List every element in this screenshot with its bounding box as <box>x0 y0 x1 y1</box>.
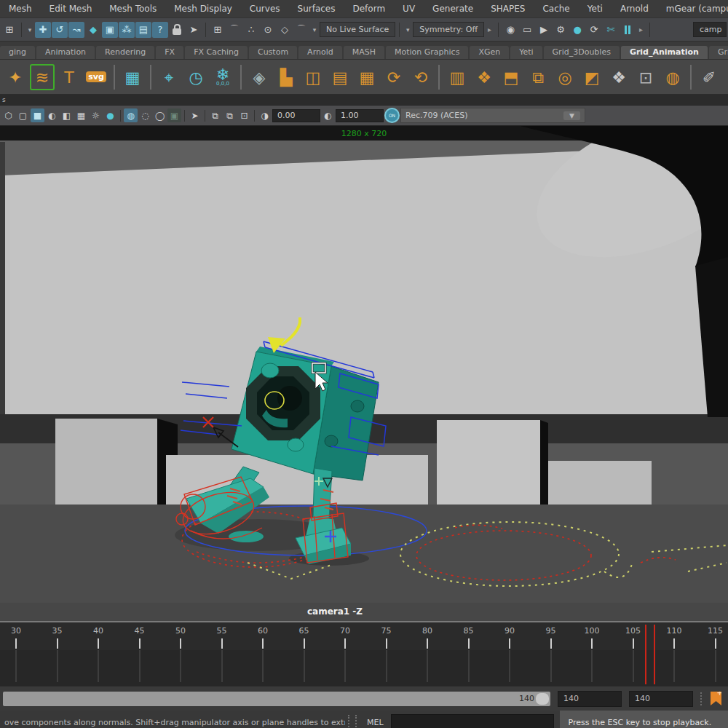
type-tool-icon[interactable]: T <box>57 64 82 90</box>
range-slider-handle[interactable] <box>536 693 549 705</box>
selection-mask-icon[interactable]: ⊞ <box>1 22 17 38</box>
snap-view-plane-icon[interactable]: ◇ <box>277 22 293 38</box>
shelf-tab[interactable]: Grid_3Doubles <box>544 46 620 59</box>
grip-handle[interactable] <box>348 715 357 728</box>
shelf-tab[interactable]: Animation <box>36 46 95 59</box>
colorspace-dropdown[interactable]: Rec.709 (ACES) ▼ <box>400 108 585 123</box>
camera-gate-icon[interactable]: ⊡ <box>237 108 251 122</box>
render-view-icon[interactable]: ◉ <box>502 22 518 38</box>
lattice-tool-icon[interactable]: ▣ <box>102 22 118 38</box>
exposure-field[interactable]: 0.00 <box>272 109 320 122</box>
layer-diamond-icon[interactable]: ❖ <box>606 64 631 90</box>
hypershade-icon[interactable]: ● <box>569 22 585 38</box>
shelf-tab[interactable]: Motion Graphics <box>386 46 468 59</box>
wheel-icon[interactable]: ◎ <box>553 64 577 90</box>
shaded-textured-icon[interactable]: ◧ <box>60 108 74 122</box>
motion-blur-icon[interactable]: ◌ <box>138 108 152 122</box>
delete-keys-icon[interactable]: ◷ <box>183 64 208 90</box>
isolate-select-icon[interactable]: ▣ <box>167 108 181 122</box>
render-current-frame-icon[interactable]: ▭ <box>519 22 535 38</box>
playhead-marker[interactable] <box>645 625 646 684</box>
command-line-input[interactable] <box>391 714 554 728</box>
ipr-render-icon[interactable]: ▶ <box>536 22 552 38</box>
sidebar-field-campus[interactable]: camp <box>693 22 727 37</box>
shelf-tab[interactable]: MASH <box>344 46 384 59</box>
menu-item[interactable]: Deform <box>344 4 394 14</box>
snap-dropdown-caret[interactable]: ▾ <box>310 22 319 38</box>
shelf-tab[interactable]: XGen <box>470 46 509 59</box>
textured-sphere-icon[interactable]: ◐ <box>45 108 59 122</box>
mel-label[interactable]: MEL <box>360 718 391 727</box>
menu-item[interactable]: Surfaces <box>289 4 344 14</box>
wireframe-cube-icon[interactable]: ▢ <box>16 108 30 122</box>
keyframe-tool-icon[interactable]: ▤ <box>135 22 151 38</box>
bookmark-icon[interactable] <box>711 692 721 705</box>
lights-icon[interactable]: ☼ <box>89 108 103 122</box>
tool-dropdown-caret[interactable]: ▾ <box>25 22 34 38</box>
grid-square-icon[interactable]: ▦ <box>355 64 379 90</box>
menu-item[interactable]: Mesh <box>0 4 41 14</box>
shelf-tab[interactable]: ging <box>0 46 35 59</box>
move-tool-icon[interactable]: ✚ <box>35 22 51 38</box>
view-transform-toggle[interactable]: ON <box>384 108 400 123</box>
live-surface-caret[interactable]: ▾ <box>403 22 412 38</box>
menu-item[interactable]: Mesh Tools <box>100 4 165 14</box>
shelf-tab[interactable]: FX Caching <box>185 46 248 59</box>
pencil-line-icon[interactable]: ✐ <box>697 64 721 90</box>
component-select-icon[interactable]: ➤ <box>186 22 202 38</box>
menu-item[interactable]: Edit Mesh <box>41 4 101 14</box>
pause-icon[interactable] <box>620 22 636 38</box>
exposure-icon[interactable]: ◑ <box>258 108 272 122</box>
menu-item[interactable]: Yeti <box>579 4 612 14</box>
node-editor-icon[interactable]: ▦ <box>120 64 145 90</box>
help-tool-icon[interactable]: ? <box>152 22 168 38</box>
menu-item[interactable]: Arnold <box>612 4 657 14</box>
box-stack-icon[interactable]: ▥ <box>445 64 470 90</box>
lock-icon[interactable] <box>169 22 185 38</box>
shelf-tab[interactable]: Rendering <box>96 46 154 59</box>
shelf-tab[interactable]: Grid_Cfx <box>709 46 728 59</box>
expand-arrow-icon[interactable]: ▸ <box>485 25 494 33</box>
shelf-tab[interactable]: Arnold <box>298 46 342 59</box>
sparkle-icon[interactable]: ✦ <box>3 64 28 90</box>
zero-transform-icon[interactable]: ❄0,0,0 <box>210 64 235 90</box>
ambient-occlusion-icon[interactable]: ◍ <box>124 108 138 122</box>
grid-cube-icon[interactable]: ⬡ <box>1 108 15 122</box>
motion-trail-icon[interactable]: ≋ <box>30 64 55 90</box>
menu-item[interactable]: SHAPES <box>482 4 534 14</box>
range-slider[interactable]: 140 <box>3 692 550 706</box>
gamma-field[interactable]: 1.00 <box>336 109 384 122</box>
playhead-marker[interactable] <box>654 625 655 684</box>
snap-point-icon[interactable]: ∴ <box>243 22 259 38</box>
menu-item[interactable]: Mesh Display <box>165 4 241 14</box>
shaded-cube-icon[interactable]: ■ <box>31 108 44 122</box>
rotate-tool-icon[interactable]: ↺ <box>52 22 68 38</box>
menu-item[interactable]: mGear (campus) <box>657 4 728 14</box>
checker-icon[interactable]: ▦ <box>74 108 88 122</box>
anti-alias-icon[interactable]: ◯ <box>153 108 167 122</box>
snap-grid-icon[interactable]: ⊞ <box>210 22 226 38</box>
shadows-icon[interactable]: ● <box>103 108 117 122</box>
live-surface-field[interactable]: No Live Surface <box>320 22 395 37</box>
quad-squares-icon[interactable]: ▙ <box>274 64 298 90</box>
layer-stack-icon[interactable]: ◈ <box>247 64 272 90</box>
shelf-tab[interactable]: FX <box>156 46 183 59</box>
symmetry-field[interactable]: Symmetry: Off <box>413 22 484 37</box>
camera-aim-icon[interactable]: ⌖ <box>157 64 181 90</box>
cube-edges-icon[interactable]: ⬒ <box>499 64 523 90</box>
playback-start-field[interactable]: 140 <box>558 691 622 707</box>
menu-item[interactable]: Cache <box>534 4 578 14</box>
duplicate-ccw-icon[interactable]: ⟲ <box>408 64 433 90</box>
diamond-tiles-icon[interactable]: ❖ <box>472 64 496 90</box>
gamma-icon[interactable]: ◐ <box>321 108 335 122</box>
viewport-panel[interactable]: 1280 x 720 camera1 -Z <box>0 126 728 621</box>
svg-tool-icon[interactable]: svg <box>84 64 108 90</box>
render-settings-icon[interactable]: ⚙ <box>553 22 569 38</box>
sphere-grid-icon[interactable]: ◍ <box>660 64 685 90</box>
select-cursor-icon[interactable]: ➤ <box>188 108 202 122</box>
xray-icon[interactable]: ⧉ <box>208 108 222 122</box>
shelf-tab[interactable]: Grid_Animation <box>621 46 708 59</box>
curve-tool-icon[interactable]: ↝ <box>68 22 84 38</box>
make-live-icon[interactable]: ⌒ <box>293 22 309 38</box>
frame-select-icon[interactable]: ⊡ <box>633 64 658 90</box>
